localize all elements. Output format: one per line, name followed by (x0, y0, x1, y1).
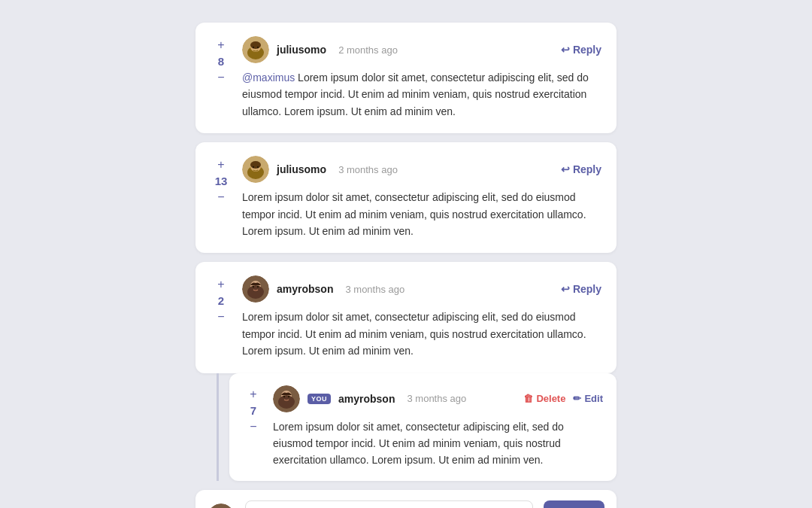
svg-point-19 (278, 395, 295, 409)
svg-point-14 (247, 285, 264, 299)
svg-point-21 (288, 395, 289, 397)
comment-card-1: + 8 − (195, 23, 617, 133)
reply-label-1: Reply (573, 44, 601, 56)
author-name-3: amyrobson (277, 283, 333, 295)
reply-label-2: Reply (573, 163, 601, 175)
you-badge: you (308, 394, 331, 404)
delete-btn[interactable]: 🗑 Delete (523, 393, 565, 404)
comment-time-2: 3 months ago (338, 164, 398, 175)
comment-card-2: + 13 − (195, 142, 617, 253)
comment-text-2: Lorem ipsum dolor sit amet, consectetur … (242, 189, 601, 239)
avatar-2 (242, 156, 269, 183)
reply-btn-2[interactable]: ↩ Reply (561, 163, 601, 175)
svg-point-4 (253, 47, 254, 48)
comment-header-3: amyrobson 3 months ago ↩ Reply (242, 275, 601, 303)
svg-point-22 (208, 503, 235, 508)
svg-point-3 (250, 41, 261, 49)
svg-point-9 (250, 161, 261, 169)
comment-header-1: juliusomo 2 months ago ↩ Reply (242, 36, 601, 63)
svg-point-5 (257, 47, 259, 48)
comments-container: + 8 − (195, 15, 617, 508)
current-user-avatar (208, 503, 235, 508)
edit-btn[interactable]: ✏ Edit (573, 393, 603, 404)
author-name-1: juliusomo (277, 44, 326, 56)
downvote-btn-3[interactable]: − (216, 309, 226, 324)
upvote-btn-2[interactable]: + (216, 157, 226, 172)
comment-header-2: juliusomo 3 months ago ↩ Reply (242, 156, 601, 183)
reply-author-info: you amyrobson 3 months ago (273, 385, 466, 412)
mention-1: @maximus (242, 71, 295, 84)
author-info-1: juliusomo 2 months ago (242, 36, 398, 63)
upvote-btn-reply[interactable]: + (248, 387, 258, 402)
comment-time-3: 3 months ago (345, 284, 404, 295)
delete-icon: 🗑 (523, 393, 533, 404)
vote-count-2: 13 (215, 175, 228, 187)
author-info-2: juliusomo 3 months ago (242, 156, 398, 183)
reply-card: + 7 − (229, 373, 617, 481)
comment-text-3: Lorem ipsum dolor sit amet, consectetur … (242, 309, 601, 359)
edit-label: Edit (584, 393, 603, 404)
reply-thread: + 7 − (217, 373, 617, 481)
svg-point-20 (283, 395, 285, 397)
vote-col-1: + 8 − (211, 36, 232, 120)
upvote-btn-1[interactable]: + (216, 38, 226, 53)
author-name-2: juliusomo (277, 163, 326, 175)
reply-icon-3: ↩ (561, 283, 570, 295)
upvote-btn-3[interactable]: + (216, 277, 226, 292)
add-comment-input[interactable] (245, 500, 533, 508)
comment-body-2: juliusomo 3 months ago ↩ Reply Lorem ips… (242, 156, 601, 239)
downvote-btn-reply[interactable]: − (248, 419, 258, 434)
add-comment-card: SEND (195, 490, 617, 508)
reply-text: Lorem ipsum dolor sit amet, consectetur … (273, 418, 603, 469)
svg-point-10 (253, 166, 254, 168)
reply-btn-3[interactable]: ↩ Reply (561, 283, 601, 295)
avatar-3 (242, 275, 269, 303)
comment-time-1: 2 months ago (338, 44, 398, 56)
downvote-btn-1[interactable]: − (216, 70, 226, 85)
send-btn[interactable]: SEND (544, 500, 604, 508)
comment-body-3: amyrobson 3 months ago ↩ Reply Lorem ips… (242, 275, 601, 359)
comment-text-1: @maximus Lorem ipsum dolor sit amet, con… (242, 69, 601, 120)
reply-avatar (273, 385, 300, 412)
reply-icon-1: ↩ (561, 44, 570, 56)
comment-card-3: + 2 − (195, 262, 617, 373)
reply-header: you amyrobson 3 months ago 🗑 Delete ✏ (273, 385, 603, 412)
svg-point-11 (257, 166, 259, 168)
vote-count-1: 8 (218, 56, 224, 67)
downvote-btn-2[interactable]: − (216, 190, 226, 205)
vote-count-reply: 7 (250, 405, 256, 416)
comment-body-1: juliusomo 2 months ago ↩ Reply @maximus … (242, 36, 601, 120)
delete-label: Delete (536, 393, 565, 404)
reply-body: you amyrobson 3 months ago 🗑 Delete ✏ (273, 385, 603, 469)
reply-author-name: amyrobson (338, 393, 395, 405)
reply-label-3: Reply (573, 283, 601, 295)
reply-btn-1[interactable]: ↩ Reply (561, 44, 601, 56)
vote-col-reply: + 7 − (243, 385, 264, 469)
vote-count-3: 2 (218, 295, 224, 306)
reply-icon-2: ↩ (561, 163, 570, 175)
author-info-3: amyrobson 3 months ago (242, 275, 404, 303)
svg-point-16 (257, 286, 259, 287)
edit-icon: ✏ (573, 393, 581, 404)
action-btns: 🗑 Delete ✏ Edit (523, 393, 603, 404)
vote-col-3: + 2 − (211, 275, 232, 359)
svg-point-15 (253, 286, 254, 287)
vote-col-2: + 13 − (211, 156, 232, 239)
avatar-1 (242, 36, 269, 63)
reply-comment-time: 3 months ago (407, 393, 466, 404)
